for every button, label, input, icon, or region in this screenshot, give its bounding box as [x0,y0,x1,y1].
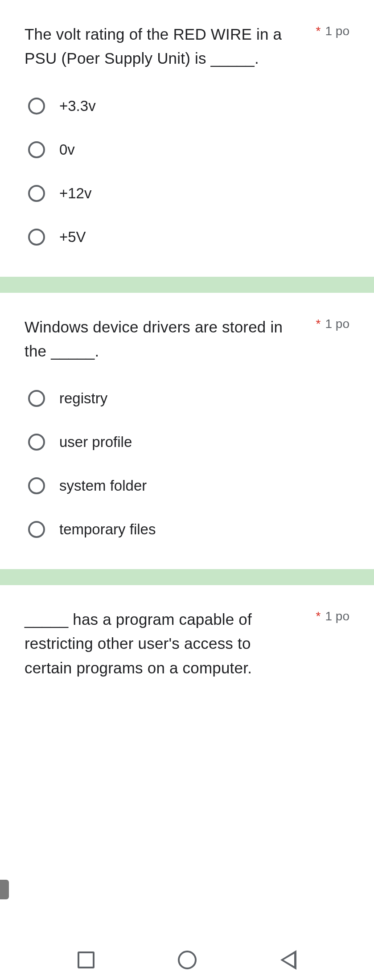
points-text: 1 po [325,609,350,623]
radio-option[interactable]: user profile [28,434,349,451]
radio-option[interactable]: registry [28,390,349,407]
radio-option[interactable]: temporary files [28,521,349,538]
recent-apps-button[interactable] [78,951,95,968]
question-text: The volt rating of the RED WIRE in a PSU… [25,22,316,71]
question-card: The volt rating of the RED WIRE in a PSU… [0,0,374,277]
home-button[interactable] [178,951,197,969]
radio-icon [28,521,45,538]
option-label: registry [59,390,107,407]
section-divider [0,569,374,585]
question-header: The volt rating of the RED WIRE in a PSU… [25,22,349,71]
required-star-icon: * [316,24,321,38]
option-label: +12v [59,185,91,202]
android-nav-bar [0,940,374,980]
radio-icon [28,229,45,246]
points-label: * 1 po [316,317,349,331]
required-star-icon: * [316,317,321,331]
points-label: * 1 po [316,24,349,38]
points-label: * 1 po [316,609,349,623]
radio-option[interactable]: +3.3v [28,98,349,115]
radio-option[interactable]: system folder [28,477,349,494]
side-tab-icon[interactable] [0,880,9,899]
radio-icon [28,185,45,202]
back-button[interactable] [280,950,296,970]
option-label: system folder [59,477,147,494]
option-label: +3.3v [59,98,96,115]
section-divider [0,277,374,293]
radio-icon [28,477,45,494]
radio-icon [28,390,45,407]
question-header: _____ has a program capable of restricti… [25,607,349,680]
radio-icon [28,98,45,115]
option-label: 0v [59,141,75,158]
option-label: user profile [59,434,132,451]
option-label: temporary files [59,521,156,538]
question-header: Windows device drivers are stored in the… [25,315,349,364]
radio-option[interactable]: 0v [28,141,349,158]
options-group: registry user profile system folder temp… [25,390,349,538]
option-label: +5V [59,229,86,246]
form-content: The volt rating of the RED WIRE in a PSU… [0,0,374,680]
radio-icon [28,141,45,158]
question-text: _____ has a program capable of restricti… [25,607,316,680]
points-text: 1 po [325,24,350,38]
radio-option[interactable]: +12v [28,185,349,202]
question-card: _____ has a program capable of restricti… [0,585,374,680]
radio-option[interactable]: +5V [28,229,349,246]
required-star-icon: * [316,609,321,623]
radio-icon [28,434,45,451]
points-text: 1 po [325,317,350,331]
options-group: +3.3v 0v +12v +5V [25,98,349,246]
question-card: Windows device drivers are stored in the… [0,293,374,570]
question-text: Windows device drivers are stored in the… [25,315,316,364]
